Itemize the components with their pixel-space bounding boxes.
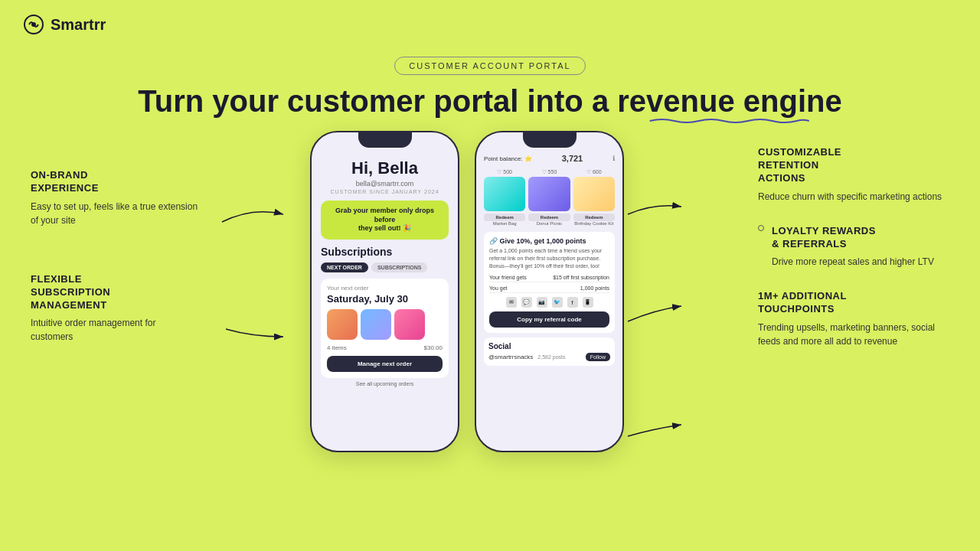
feature-flexible-sub-title: FLEXIBLESUBSCRIPTIONMANAGEMENT — [31, 273, 199, 312]
p1-tab-next-order[interactable]: NEXT ORDER — [321, 262, 368, 272]
email-icon[interactable]: ✉ — [506, 297, 517, 308]
p2-social-icons: ✉ 💬 📷 🐦 f 📱 — [489, 297, 609, 308]
p2-referral-card: 🔗 Give 10%, get 1,000 points Get a 1,000… — [484, 232, 615, 333]
p2-referral-title: 🔗 Give 10%, get 1,000 points — [489, 237, 609, 245]
p2-reward-3-pts: ♡ 600 — [573, 169, 615, 175]
instagram-icon[interactable]: 📷 — [537, 297, 547, 308]
p2-reward-3-name: Birthday Cookie Kit — [573, 221, 615, 226]
twitter-icon[interactable]: 🐦 — [552, 297, 563, 308]
phone-2: Point balance: ⭐ 3,721 ℹ ♡ 500 Redeem Ma… — [475, 131, 624, 452]
feature-flexible-sub: FLEXIBLESUBSCRIPTIONMANAGEMENT Intuitive… — [31, 273, 199, 344]
logo-area: Smartrr — [23, 14, 106, 35]
feature-customizable-title: CUSTOMIZABLERETENTIONACTIONS — [758, 146, 949, 185]
p2-reward-1-name: Market Bag — [484, 221, 525, 226]
p2-reward-1-pts: ♡ 500 — [484, 169, 525, 175]
logo-text: Smartrr — [51, 16, 106, 34]
feature-flexible-sub-desc: Intuitive order management for customers — [31, 316, 199, 344]
p1-order-img-1 — [327, 309, 358, 340]
p1-order-date: Saturday, July 30 — [327, 293, 443, 305]
whatsapp-icon[interactable]: 📱 — [583, 297, 593, 308]
p2-redeem-3-btn[interactable]: Redeem — [573, 214, 615, 221]
message-icon[interactable]: 💬 — [521, 297, 532, 308]
phone-1: Hi, Bella bella@smartrr.com CUSTOMER SIN… — [310, 131, 459, 452]
p1-tabs: NEXT ORDER SUBSCRIPTIONS — [321, 262, 449, 272]
smartrr-logo-icon — [23, 14, 44, 35]
feature-loyalty: LOYALTY REWARDS& REFERRALS Drive more re… — [758, 225, 949, 269]
feature-touchpoints: 1M+ ADDITIONALTOUCHPOINTS Trending upsel… — [758, 290, 949, 348]
phone-1-content: Hi, Bella bella@smartrr.com CUSTOMER SIN… — [312, 132, 458, 451]
p1-order-img-3 — [394, 309, 425, 340]
p1-manage-btn[interactable]: Manage next order — [327, 356, 443, 372]
p1-cta-button[interactable]: Grab your member only drops beforethey s… — [321, 201, 449, 240]
hero-title-highlight: revenue engine — [617, 84, 841, 118]
hero-title-container: Turn your customer portal into a revenue… — [0, 83, 980, 119]
feature-on-brand: ON-BRANDEXPERIENCE Easy to set up, feels… — [31, 169, 199, 227]
p2-posts-count: 2,582 posts — [537, 354, 565, 360]
main-content: ON-BRANDEXPERIENCE Easy to set up, feels… — [0, 119, 980, 452]
p2-reward-1: ♡ 500 Redeem Market Bag — [484, 169, 525, 226]
p2-you-get-label: You get — [489, 285, 508, 291]
feature-on-brand-desc: Easy to set up, feels like a true extens… — [31, 200, 199, 227]
p2-ref-row-friend: Your friend gets $15 off first subscript… — [489, 273, 609, 282]
facebook-icon[interactable]: f — [567, 297, 578, 308]
p1-order-img-2 — [361, 309, 391, 340]
phone-2-content: Point balance: ⭐ 3,721 ℹ ♡ 500 Redeem Ma… — [476, 132, 622, 451]
phones-container: Hi, Bella bella@smartrr.com CUSTOMER SIN… — [199, 131, 735, 452]
p2-referral-desc: Get a 1,000 points each time a friend us… — [489, 247, 609, 269]
p2-reward-1-img — [484, 177, 525, 211]
p2-social-title: Social — [488, 342, 610, 350]
hero-title-start: Turn your customer portal into a — [138, 84, 617, 118]
p1-subscriptions-title: Subscriptions — [321, 246, 449, 258]
hero-title: Turn your customer portal into a revenue… — [0, 83, 980, 119]
p2-points-info-icon: ℹ — [612, 155, 615, 162]
loyalty-dot — [758, 225, 764, 231]
feature-customizable-desc: Reduce churn with specific marketing act… — [758, 190, 949, 204]
p2-rewards-row: ♡ 500 Redeem Market Bag ♡ 550 Redeem Don… — [484, 169, 615, 226]
phone-2-notch — [523, 132, 577, 148]
p2-reward-2-pts: ♡ 550 — [528, 169, 570, 175]
left-features: ON-BRANDEXPERIENCE Easy to set up, feels… — [31, 131, 199, 367]
p1-order-label: Your next order — [327, 285, 443, 292]
p2-social-section: Social @smartrrsnacks 2,582 posts Follow — [484, 337, 615, 366]
badge-container: CUSTOMER ACCOUNT PORTAL — [0, 57, 980, 75]
feature-loyalty-desc: Drive more repeat sales and higher LTV — [772, 255, 934, 269]
p1-order-price: $30.00 — [424, 344, 443, 351]
p2-redeem-1-btn[interactable]: Redeem — [484, 214, 525, 221]
p2-copy-btn[interactable]: Copy my referral code — [489, 311, 609, 328]
p1-order-card: Your next order Saturday, July 30 4 item… — [321, 279, 449, 378]
p1-order-meta: 4 items $30.00 — [327, 344, 443, 351]
p2-reward-2: ♡ 550 Redeem Donut Picnic — [528, 169, 570, 226]
p2-follow-btn[interactable]: Follow — [586, 353, 610, 361]
p1-order-items: 4 items — [327, 344, 347, 351]
p2-reward-2-name: Donut Picnic — [528, 221, 570, 226]
p2-handle-text: @smartrrsnacks — [488, 354, 533, 360]
feature-loyalty-title: LOYALTY REWARDS& REFERRALS — [772, 225, 934, 251]
p1-tab-subscriptions[interactable]: SUBSCRIPTIONS — [371, 262, 428, 272]
p2-reward-3: ♡ 600 Redeem Birthday Cookie Kit — [573, 169, 615, 226]
p1-see-all[interactable]: See all upcoming orders — [321, 381, 449, 386]
p1-greeting: Hi, Bella — [321, 158, 449, 178]
p1-since: CUSTOMER SINCE JANUARY 2024 — [321, 189, 449, 194]
feature-touchpoints-title: 1M+ ADDITIONALTOUCHPOINTS — [758, 290, 949, 316]
p2-points-label: Point balance: ⭐ — [484, 155, 532, 162]
p1-email: bella@smartrr.com — [321, 180, 449, 187]
p2-friend-gets-value: $15 off first subscription — [553, 275, 609, 280]
p1-order-images — [327, 309, 443, 340]
portal-badge: CUSTOMER ACCOUNT PORTAL — [394, 57, 585, 75]
p2-friend-gets-label: Your friend gets — [489, 275, 527, 280]
p2-social-handle: @smartrrsnacks 2,582 posts Follow — [488, 353, 610, 361]
p2-points-bar: Point balance: ⭐ 3,721 ℹ — [484, 154, 615, 163]
phone-1-notch — [358, 132, 412, 148]
p2-redeem-2-btn[interactable]: Redeem — [528, 214, 570, 221]
header: Smartrr — [0, 0, 980, 49]
feature-on-brand-title: ON-BRANDEXPERIENCE — [31, 169, 199, 195]
p2-reward-3-img — [573, 177, 615, 211]
p2-ref-row-you: You get 1,000 points — [489, 284, 609, 293]
p2-points-value: 3,721 — [562, 154, 583, 163]
right-features: CUSTOMIZABLERETENTIONACTIONS Reduce chur… — [735, 131, 949, 370]
feature-customizable: CUSTOMIZABLERETENTIONACTIONS Reduce chur… — [758, 146, 949, 204]
p2-you-get-value: 1,000 points — [580, 285, 609, 291]
p2-reward-2-img — [528, 177, 570, 211]
svg-point-1 — [31, 22, 36, 27]
feature-touchpoints-desc: Trending upsells, marketing banners, soc… — [758, 321, 949, 348]
